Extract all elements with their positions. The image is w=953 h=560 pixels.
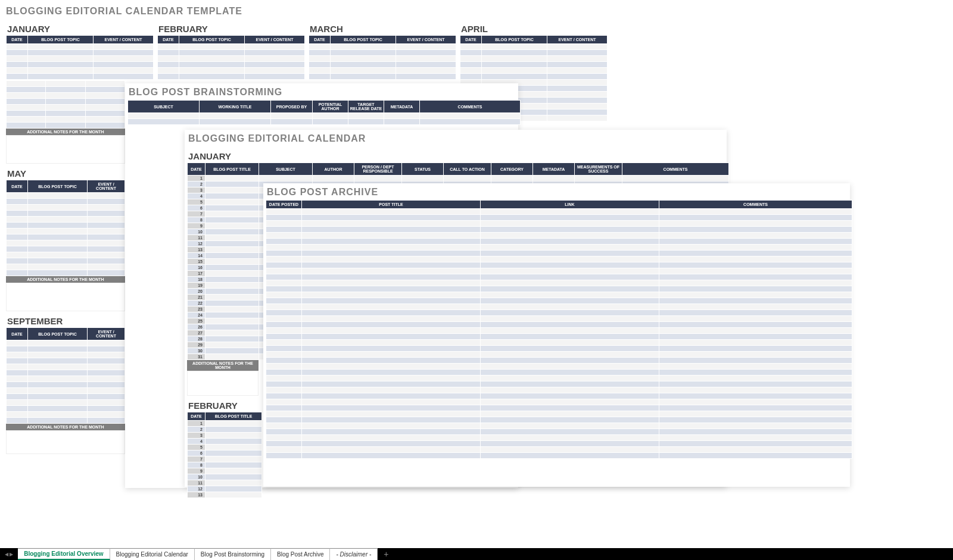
cell[interactable] [481,233,659,239]
cell[interactable] [266,423,302,429]
cell[interactable] [266,387,302,393]
cell[interactable] [481,298,659,304]
cell[interactable] [659,256,852,262]
cell[interactable] [266,268,302,274]
cell[interactable] [205,421,262,427]
cell[interactable] [481,376,659,381]
cell[interactable] [302,381,481,387]
cell[interactable] [266,292,302,298]
cell[interactable] [302,358,481,364]
cell[interactable] [302,292,481,298]
cell[interactable] [659,245,852,251]
cell[interactable] [354,176,402,182]
cell[interactable] [659,447,852,453]
cell[interactable] [266,364,302,370]
cell[interactable] [659,286,852,292]
cell[interactable] [266,304,302,310]
cell[interactable] [659,387,852,393]
cell[interactable] [302,393,481,399]
cell[interactable] [659,233,852,239]
cell[interactable] [302,399,481,405]
cell[interactable] [659,334,852,340]
cell[interactable] [266,429,302,435]
cell[interactable] [481,268,659,274]
cell[interactable] [266,370,302,376]
cell[interactable] [659,215,852,221]
cell[interactable] [205,492,262,498]
cell[interactable] [302,340,481,346]
cell[interactable] [659,209,852,215]
cell[interactable] [302,274,481,280]
cell[interactable] [205,271,259,277]
cell[interactable] [659,352,852,358]
cell[interactable] [266,227,302,233]
cell[interactable] [659,417,852,423]
cell[interactable] [659,435,852,441]
cell[interactable] [622,176,729,182]
cell[interactable] [302,417,481,423]
cell[interactable] [481,370,659,376]
cell[interactable] [205,306,259,312]
cell[interactable] [266,239,302,245]
cell[interactable] [659,364,852,370]
cell[interactable] [205,176,259,182]
cell[interactable] [266,393,302,399]
cell[interactable] [266,346,302,352]
cell[interactable] [302,262,481,268]
cell[interactable] [659,227,852,233]
cell[interactable] [659,239,852,245]
cell[interactable] [533,176,575,182]
cell[interactable] [205,324,259,330]
tab-brainstorming[interactable]: Blog Post Brainstorming [195,548,271,560]
cell[interactable] [205,439,262,445]
cell[interactable] [205,301,259,306]
cell[interactable] [266,280,302,286]
cell[interactable] [205,445,262,450]
cell[interactable] [481,387,659,393]
cell[interactable] [659,376,852,381]
notes-area[interactable] [6,283,125,311]
cell[interactable] [205,199,259,205]
cell[interactable] [481,274,659,280]
cell[interactable] [302,233,481,239]
cell[interactable] [659,280,852,286]
cell[interactable] [444,176,491,182]
cell[interactable] [659,316,852,322]
cell[interactable] [659,268,852,274]
notes-area[interactable] [6,430,125,454]
cell[interactable] [481,429,659,435]
cell[interactable] [659,429,852,435]
cell[interactable] [659,358,852,364]
cell[interactable] [659,274,852,280]
cell[interactable] [481,447,659,453]
cell[interactable] [266,221,302,227]
cell[interactable] [266,352,302,358]
cell[interactable] [266,453,302,459]
cell[interactable] [481,352,659,358]
cell[interactable] [481,381,659,387]
cell[interactable] [302,429,481,435]
cell[interactable] [481,405,659,411]
cell[interactable] [205,235,259,241]
cell[interactable] [266,328,302,334]
cell[interactable] [266,411,302,417]
cell[interactable] [659,423,852,429]
tab-add[interactable]: + [378,548,394,560]
cell[interactable] [659,251,852,256]
cell[interactable] [205,265,259,271]
cell[interactable] [302,328,481,334]
cell[interactable] [205,211,259,217]
cell[interactable] [659,441,852,447]
cell[interactable] [302,245,481,251]
cell[interactable] [205,474,262,480]
cell[interactable] [205,241,259,247]
cell[interactable] [481,286,659,292]
cell[interactable] [659,310,852,316]
cell[interactable] [481,417,659,423]
cell[interactable] [481,280,659,286]
cell[interactable] [259,176,313,182]
cell[interactable] [205,318,259,324]
cell[interactable] [481,322,659,328]
cell[interactable] [481,441,659,447]
cell[interactable] [481,304,659,310]
